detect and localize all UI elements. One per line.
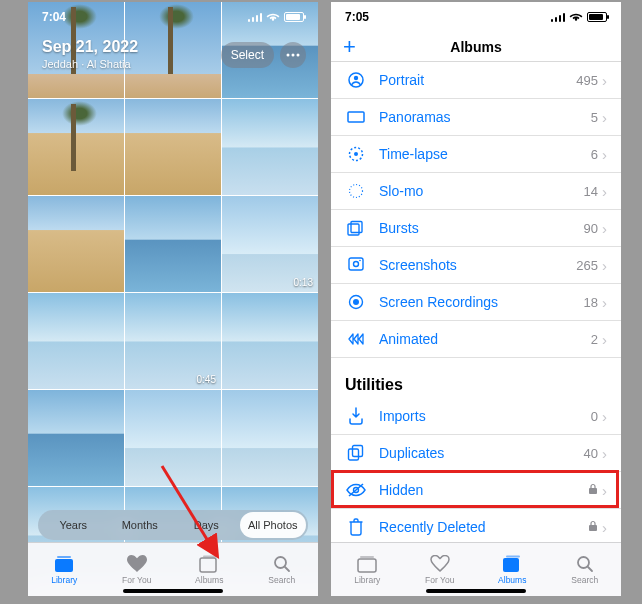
chevron-right-icon: › (602, 294, 607, 311)
svg-rect-31 (503, 558, 519, 572)
photo-thumb[interactable] (28, 293, 124, 389)
wifi-icon (266, 12, 280, 22)
tab-library[interactable]: Library (28, 543, 101, 596)
bursts-icon (345, 220, 367, 236)
segment-months[interactable]: Months (107, 512, 174, 538)
album-row-panoramas[interactable]: Panoramas 5 › (331, 99, 621, 136)
row-label: Portrait (379, 72, 576, 88)
segment-days[interactable]: Days (173, 512, 240, 538)
chevron-right-icon: › (602, 72, 607, 89)
photo-grid: 0:13 0:45 (28, 2, 318, 596)
svg-rect-27 (589, 488, 597, 494)
svg-rect-29 (358, 559, 376, 572)
home-indicator[interactable] (123, 589, 223, 593)
tab-label: Albums (498, 575, 526, 585)
album-row-timelapse[interactable]: Time-lapse 6 › (331, 136, 621, 173)
lock-icon (588, 520, 598, 534)
status-bar: 7:05 (331, 2, 621, 32)
svg-rect-17 (351, 222, 362, 233)
svg-rect-3 (55, 559, 73, 572)
photo-thumb[interactable]: 0:13 (222, 196, 318, 292)
add-album-button[interactable]: + (343, 34, 356, 60)
tab-search[interactable]: Search (246, 543, 319, 596)
photo-thumb[interactable] (125, 390, 221, 486)
photo-thumb[interactable] (125, 196, 221, 292)
tab-search[interactable]: Search (549, 543, 622, 596)
row-count: 40 (584, 446, 598, 461)
row-label: Slo-mo (379, 183, 584, 199)
chevron-right-icon: › (602, 220, 607, 237)
svg-point-2 (297, 54, 300, 57)
photo-thumb[interactable] (28, 99, 124, 195)
screenrec-icon (345, 293, 367, 311)
svg-rect-30 (360, 556, 374, 558)
chevron-right-icon: › (602, 482, 607, 499)
albums-icon (198, 554, 220, 574)
svg-point-22 (353, 299, 359, 305)
svg-point-20 (359, 260, 361, 262)
album-row-animated[interactable]: Animated 2 › (331, 321, 621, 358)
svg-rect-18 (349, 258, 363, 270)
svg-rect-6 (203, 556, 217, 558)
photo-thumb[interactable] (125, 99, 221, 195)
tab-label: Search (571, 575, 598, 585)
svg-point-15 (350, 185, 363, 198)
album-row-imports[interactable]: Imports 0 › (331, 398, 621, 435)
svg-rect-16 (348, 224, 359, 235)
segment-all-photos[interactable]: All Photos (240, 512, 307, 538)
svg-point-14 (354, 152, 358, 156)
tab-label: Library (354, 575, 380, 585)
home-indicator[interactable] (426, 589, 526, 593)
battery-icon (284, 12, 304, 22)
tab-label: For You (122, 575, 151, 585)
album-row-portrait[interactable]: Portrait 495 › (331, 62, 621, 99)
album-row-bursts[interactable]: Bursts 90 › (331, 210, 621, 247)
segment-years[interactable]: Years (40, 512, 107, 538)
row-label: Hidden (379, 482, 588, 498)
photo-thumb[interactable] (222, 99, 318, 195)
more-button[interactable] (280, 42, 306, 68)
foryou-icon (126, 554, 148, 574)
row-count: 14 (584, 184, 598, 199)
photo-thumb[interactable]: 0:45 (125, 293, 221, 389)
album-row-screenshots[interactable]: Screenshots 265 › (331, 247, 621, 284)
svg-point-33 (578, 557, 589, 568)
battery-icon (587, 12, 607, 22)
tab-label: Search (268, 575, 295, 585)
photo-thumb[interactable] (28, 196, 124, 292)
tab-library[interactable]: Library (331, 543, 404, 596)
row-label: Duplicates (379, 445, 584, 461)
signal-icon (551, 12, 565, 22)
album-row-duplicates[interactable]: Duplicates 40 › (331, 435, 621, 472)
tab-bar: Library For You Albums Search (331, 542, 621, 596)
svg-line-34 (588, 567, 592, 571)
svg-point-19 (354, 262, 359, 267)
photo-thumb[interactable] (28, 390, 124, 486)
view-segmented-control[interactable]: Years Months Days All Photos (38, 510, 308, 540)
album-row-hidden[interactable]: Hidden › (331, 472, 621, 509)
status-indicators (248, 12, 304, 22)
portrait-icon (345, 71, 367, 89)
row-label: Panoramas (379, 109, 591, 125)
utilities-header: Utilities (331, 358, 621, 398)
albums-list[interactable]: Portrait 495 › Panoramas 5 › Time-lapse … (331, 62, 621, 542)
album-row-screenrec[interactable]: Screen Recordings 18 › (331, 284, 621, 321)
album-row-slomo[interactable]: Slo-mo 14 › (331, 173, 621, 210)
svg-rect-24 (353, 446, 363, 457)
row-count: 495 (576, 73, 598, 88)
album-row-recentlydeleted[interactable]: Recently Deleted › (331, 509, 621, 542)
chevron-right-icon: › (602, 519, 607, 536)
albums-icon (501, 554, 523, 574)
photo-thumb[interactable] (222, 390, 318, 486)
tab-label: For You (425, 575, 454, 585)
svg-point-11 (354, 76, 358, 80)
video-duration: 0:45 (197, 374, 216, 385)
photo-thumb[interactable] (222, 293, 318, 389)
status-bar: 7:04 (28, 2, 318, 32)
imports-icon (345, 407, 367, 425)
row-label: Imports (379, 408, 591, 424)
lock-icon (588, 483, 598, 497)
select-button[interactable]: Select (221, 42, 274, 68)
nav-header: + Albums (331, 32, 621, 62)
chevron-right-icon: › (602, 408, 607, 425)
